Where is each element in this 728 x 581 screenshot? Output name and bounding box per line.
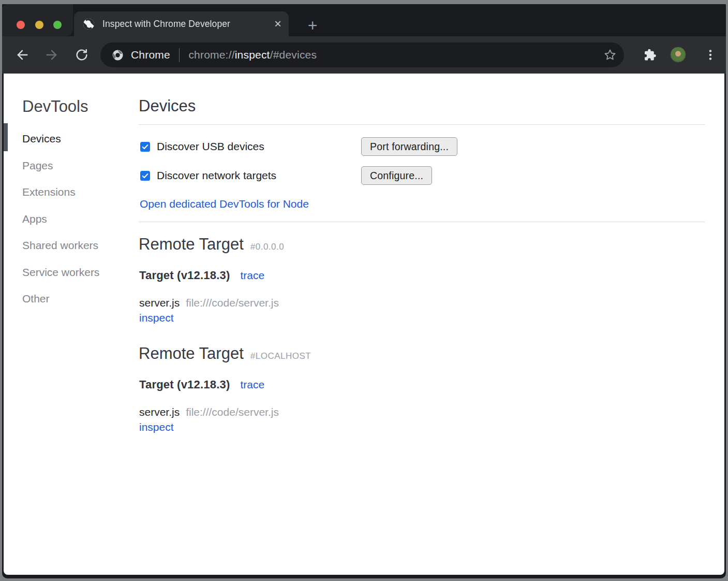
close-window-button[interactable] bbox=[17, 21, 25, 29]
new-tab-button[interactable]: + bbox=[304, 18, 321, 34]
inspect-row: inspect bbox=[139, 311, 705, 325]
file-name: server.js bbox=[139, 296, 180, 310]
sidebar-item-apps[interactable]: Apps bbox=[22, 206, 99, 233]
sidebar-item-pages[interactable]: Pages bbox=[22, 152, 99, 179]
browser-toolbar: Chrome chrome://inspect/#devices bbox=[2, 36, 726, 74]
tab-strip: Inspect with Chrome Developer × + bbox=[2, 4, 726, 36]
extensions-icon[interactable] bbox=[643, 48, 657, 62]
discover-network-checkbox[interactable] bbox=[140, 171, 150, 181]
url-bar[interactable]: Chrome chrome://inspect/#devices bbox=[100, 42, 624, 67]
url-text: chrome://inspect/#devices bbox=[188, 49, 317, 61]
remote-target-heading: Remote Target #0.0.0.0 bbox=[139, 234, 705, 255]
product-label: Chrome bbox=[131, 49, 170, 61]
discover-usb-label[interactable]: Discover USB devices bbox=[157, 140, 264, 153]
target-name: Target (v12.18.3) bbox=[139, 268, 230, 283]
sidebar-item-service-workers[interactable]: Service workers bbox=[22, 259, 99, 286]
sidebar-nav: Devices Pages Extensions Apps Shared wor… bbox=[22, 125, 99, 312]
trace-link[interactable]: trace bbox=[240, 268, 264, 283]
sidebar-item-devices[interactable]: Devices bbox=[22, 125, 99, 152]
file-url: file:///code/server.js bbox=[186, 405, 279, 419]
file-url: file:///code/server.js bbox=[186, 296, 279, 310]
divider bbox=[139, 124, 705, 125]
bookmark-star-icon[interactable] bbox=[603, 48, 617, 62]
url-host: inspect bbox=[235, 49, 270, 61]
remote-target-title: Remote Target bbox=[139, 343, 244, 364]
target-row: Target (v12.18.3) trace bbox=[139, 268, 705, 283]
sidebar-item-extensions[interactable]: Extensions bbox=[22, 179, 99, 206]
minimize-window-button[interactable] bbox=[35, 21, 43, 29]
remote-target-title: Remote Target bbox=[139, 234, 244, 255]
sidebar-item-other[interactable]: Other bbox=[22, 285, 99, 312]
target-name: Target (v12.18.3) bbox=[139, 377, 230, 392]
discover-network-row: Discover network targets Configure... bbox=[139, 166, 705, 185]
target-row: Target (v12.18.3) trace bbox=[139, 377, 705, 392]
port-forwarding-button[interactable]: Port forwarding... bbox=[361, 137, 457, 156]
main-panel: Devices Discover USB devices Port forwar… bbox=[139, 74, 705, 434]
devtools-favicon-icon bbox=[83, 18, 95, 30]
page-title: Devices bbox=[139, 96, 705, 116]
reload-icon[interactable] bbox=[75, 48, 89, 62]
url-divider bbox=[179, 48, 180, 62]
page-content: DevTools Devices Pages Extensions Apps S… bbox=[4, 74, 724, 575]
inspect-link[interactable]: inspect bbox=[139, 312, 174, 324]
traffic-lights bbox=[2, 4, 73, 36]
divider bbox=[139, 222, 705, 222]
browser-window: Inspect with Chrome Developer × + bbox=[2, 4, 726, 578]
tab-title: Inspect with Chrome Developer bbox=[102, 19, 272, 30]
url-path: /#devices bbox=[270, 49, 317, 61]
browser-tab[interactable]: Inspect with Chrome Developer × bbox=[74, 11, 289, 36]
inspect-link[interactable]: inspect bbox=[139, 421, 174, 433]
back-button[interactable] bbox=[15, 48, 29, 62]
tab-close-icon[interactable]: × bbox=[274, 19, 281, 29]
zoom-window-button[interactable] bbox=[53, 21, 62, 29]
selected-item-indicator bbox=[4, 123, 8, 151]
file-name: server.js bbox=[139, 405, 180, 419]
file-row: server.js file:///code/server.js bbox=[139, 296, 705, 310]
remote-target-heading: Remote Target #LOCALHOST bbox=[139, 343, 705, 364]
url-scheme: chrome:// bbox=[188, 49, 234, 61]
forward-button[interactable] bbox=[44, 48, 59, 62]
file-row: server.js file:///code/server.js bbox=[139, 405, 705, 419]
browser-menu-icon[interactable] bbox=[703, 48, 718, 62]
devtools-title: DevTools bbox=[22, 97, 88, 116]
discover-usb-checkbox[interactable] bbox=[140, 142, 150, 152]
discover-network-label[interactable]: Discover network targets bbox=[157, 169, 276, 182]
trace-link[interactable]: trace bbox=[240, 377, 264, 392]
inspect-row: inspect bbox=[139, 420, 705, 434]
configure-button[interactable]: Configure... bbox=[361, 166, 432, 185]
node-devtools-link[interactable]: Open dedicated DevTools for Node bbox=[139, 197, 309, 211]
sidebar-item-shared-workers[interactable]: Shared workers bbox=[22, 232, 99, 259]
profile-avatar[interactable] bbox=[670, 47, 686, 63]
chrome-logo-icon bbox=[112, 49, 124, 61]
discover-usb-row: Discover USB devices Port forwarding... bbox=[139, 137, 705, 156]
remote-target-id: #0.0.0.0 bbox=[250, 237, 284, 257]
screenshot: Inspect with Chrome Developer × + bbox=[0, 0, 728, 581]
remote-target-id: #LOCALHOST bbox=[250, 346, 311, 367]
